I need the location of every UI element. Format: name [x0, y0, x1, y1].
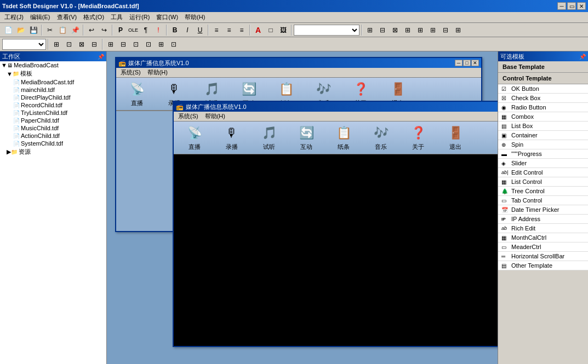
panel-item-hscroll[interactable]: ═ Horizontal ScrollBar — [498, 252, 588, 261]
mdi-window1-minimize[interactable]: ─ — [455, 60, 463, 66]
panel-item-ip[interactable]: IP IP Address — [498, 215, 588, 224]
special-button[interactable]: ¶ — [140, 24, 152, 36]
tree-item-file9[interactable]: 📄 SystemChild.tdf — [0, 140, 104, 147]
grid-btn6[interactable]: ⊞ — [427, 24, 439, 36]
mdi-tool2-interact[interactable]: 🔄 互动 — [290, 124, 323, 151]
tree-item-templates[interactable]: ▼ 📁 模板 — [0, 69, 106, 78]
panel-item-checkbox[interactable]: ☒ Check Box — [498, 94, 588, 103]
tree-item-file8[interactable]: 📄 ActionChild.tdf — [0, 132, 104, 140]
template-combo[interactable] — [294, 25, 359, 36]
t2-btn5[interactable]: ⊞ — [105, 38, 117, 50]
grid-btn2[interactable]: ⊟ — [376, 24, 389, 36]
panel-item-richedit[interactable]: ab Rich Edit — [498, 224, 588, 233]
panel-item-header[interactable]: ▭ MeaderCtrl — [498, 242, 588, 252]
base-template-header[interactable]: Base Template — [498, 61, 588, 73]
panel-item-progress[interactable]: ▬ """Progress — [498, 149, 588, 159]
mdi-tool2-listen[interactable]: 🎵 试听 — [253, 124, 286, 151]
mdi-tool2-record[interactable]: 🎙 录播 — [215, 124, 248, 151]
t2-btn1[interactable]: ⊞ — [50, 38, 62, 50]
mdi-window2-menu-help[interactable]: 帮助(H) — [202, 112, 229, 121]
font-size-button[interactable]: A — [252, 24, 264, 36]
grid-btn7[interactable]: ⊟ — [439, 24, 452, 36]
menu-format[interactable]: 格式(O) — [80, 12, 107, 22]
save-button[interactable]: 💾 — [27, 24, 39, 36]
panel-item-slider[interactable]: ◈ Slider — [498, 159, 588, 168]
tree-item-file3[interactable]: 📄 DirectPlayChild.tdf — [0, 94, 104, 101]
tree-item-file2[interactable]: 📄 mainchild.tdf — [0, 86, 106, 94]
tree-item-file6[interactable]: 📄 PaperChild.tdf — [0, 117, 104, 124]
tree-item-root[interactable]: ▼ 🖥 MediaBroadCast — [0, 61, 106, 69]
menu-run[interactable]: 运行(R) — [126, 12, 153, 22]
menu-project[interactable]: 工程(J) — [1, 12, 27, 22]
panel-item-edit[interactable]: ab| Edit Control — [498, 168, 588, 177]
panel-item-tree-ctrl[interactable]: 🌲 Tree Control — [498, 187, 588, 196]
mdi-tool2-music[interactable]: 🎶 音乐 — [364, 124, 397, 151]
tb-rect[interactable]: □ — [265, 24, 277, 36]
panel-item-tab[interactable]: ▭ Tab Control — [498, 196, 588, 205]
mdi-window2-menu-system[interactable]: 系统(S) — [175, 112, 202, 121]
grid-btn4[interactable]: ⊞ — [402, 24, 414, 36]
new-button[interactable]: 📄 — [2, 24, 14, 36]
t2-btn10[interactable]: ⊡ — [168, 38, 180, 50]
panel-item-other[interactable]: ▤ Other Template — [498, 261, 588, 270]
panel-item-combox[interactable]: ▦ Combox — [498, 112, 588, 122]
open-button[interactable]: 📂 — [15, 24, 27, 36]
underline-button[interactable]: U — [194, 24, 206, 36]
workspace-pin-icon[interactable]: 📌 — [98, 54, 104, 60]
redo-button[interactable]: ↪ — [98, 24, 110, 36]
mdi-tool1-live[interactable]: 📡 直播 — [121, 80, 153, 107]
panel-item-date[interactable]: 📅 Date Timer Picker — [498, 205, 588, 215]
panel-item-container[interactable]: ▣ Container — [498, 131, 588, 140]
grid-btn3[interactable]: ⊠ — [389, 24, 401, 36]
menu-help[interactable]: 帮助(H) — [181, 12, 208, 22]
t2-btn2[interactable]: ⊡ — [63, 38, 75, 50]
mdi-window1-maximize[interactable]: □ — [463, 60, 471, 66]
grid-btn1[interactable]: ⊞ — [364, 24, 376, 36]
tree-item-file4[interactable]: 📄 RecordChild.tdf — [0, 101, 106, 109]
t2-btn7[interactable]: ⊡ — [130, 38, 142, 50]
bold2-button[interactable]: B — [169, 24, 181, 36]
close-button[interactable]: ✕ — [577, 2, 586, 10]
grid-btn5[interactable]: ⊞ — [414, 24, 426, 36]
grid-btn8[interactable]: ⊞ — [452, 24, 464, 36]
tree-item-file7[interactable]: 📄 MusicChild.tdf — [0, 124, 104, 132]
mdi-tool2-exit[interactable]: 🚪 退出 — [439, 124, 472, 151]
restore-button[interactable]: ▭ — [567, 2, 576, 10]
panel-item-list-ctrl[interactable]: ▦ List Control — [498, 177, 588, 187]
control-template-header[interactable]: Control Template — [498, 73, 588, 84]
panel-item-radio[interactable]: ◉ Radio Button — [498, 103, 588, 112]
cut-button[interactable]: ✂ — [44, 24, 56, 36]
tree-item-resources[interactable]: ▶ 📁 资源 — [0, 147, 106, 157]
exclaim-button[interactable]: ! — [152, 24, 164, 36]
tree-item-file5[interactable]: 📄 TryListenChild.tdf — [0, 109, 104, 117]
paste-button[interactable]: 📌 — [69, 24, 81, 36]
menu-edit[interactable]: 编辑(E) — [27, 12, 54, 22]
object-combo[interactable] — [2, 39, 46, 50]
bold-button[interactable]: P — [115, 24, 127, 36]
t2-btn8[interactable]: ⊡ — [142, 38, 155, 50]
mdi-tool2-paper[interactable]: 📋 纸条 — [327, 124, 360, 151]
copy-button[interactable]: 📋 — [56, 24, 68, 36]
t2-btn6[interactable]: ⊟ — [117, 38, 129, 50]
minimize-button[interactable]: ─ — [557, 2, 566, 10]
italic-button[interactable]: I — [181, 24, 193, 36]
align-center-button[interactable]: ≡ — [223, 24, 235, 36]
mdi-window1-close[interactable]: ✕ — [471, 60, 479, 66]
t2-btn4[interactable]: ⊟ — [88, 38, 100, 50]
tree-item-file1[interactable]: 📄 MediaBroadCast.tdf — [0, 78, 106, 86]
panel-item-listbox[interactable]: ▤ List Box — [498, 122, 588, 131]
tb-pic[interactable]: 🖼 — [277, 24, 289, 36]
panel-item-spin[interactable]: ⊕ Spin — [498, 140, 588, 149]
align-left-button[interactable]: ≡ — [210, 24, 222, 36]
mdi-tool2-about[interactable]: ❓ 关于 — [402, 124, 435, 151]
align-right-button[interactable]: ≡ — [236, 24, 248, 36]
mdi-window1-menu-help[interactable]: 帮助(H) — [144, 68, 171, 77]
ole-button[interactable]: OLE — [127, 24, 139, 36]
menu-window[interactable]: 窗口(W) — [153, 12, 181, 22]
mdi-tool2-live[interactable]: 📡 直播 — [178, 124, 211, 151]
panel-item-ok-button[interactable]: ☑ OK Button — [498, 84, 588, 94]
mdi-window1-menu-system[interactable]: 系统(S) — [117, 68, 144, 77]
t2-btn9[interactable]: ⊞ — [155, 38, 167, 50]
panel-pin-icon[interactable]: 📌 — [579, 54, 586, 60]
menu-view[interactable]: 查看(V) — [54, 12, 81, 22]
